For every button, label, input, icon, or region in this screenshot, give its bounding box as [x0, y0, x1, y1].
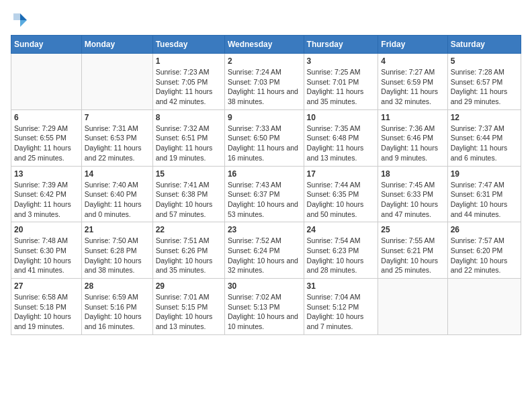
day-number: 8 — [156, 113, 222, 122]
day-number: 16 — [228, 169, 301, 179]
calendar-cell: 8Sunrise: 7:32 AMSunset: 6:51 PMDaylight… — [152, 109, 224, 166]
column-header-wednesday: Wednesday — [224, 36, 304, 54]
day-number: 31 — [307, 281, 375, 291]
day-number: 15 — [156, 169, 222, 179]
calendar-cell: 24Sunrise: 7:54 AMSunset: 6:23 PMDayligh… — [304, 222, 378, 279]
day-info: Sunrise: 7:31 AMSunset: 6:53 PMDaylight:… — [85, 124, 150, 163]
day-info: Sunrise: 7:43 AMSunset: 6:37 PMDaylight:… — [228, 180, 301, 220]
calendar-week-row: 20Sunrise: 7:48 AMSunset: 6:30 PMDayligh… — [11, 222, 521, 279]
calendar-cell: 6Sunrise: 7:29 AMSunset: 6:55 PMDaylight… — [11, 109, 82, 166]
calendar-cell: 26Sunrise: 7:57 AMSunset: 6:20 PMDayligh… — [447, 222, 521, 279]
day-number: 5 — [451, 56, 518, 66]
calendar-cell: 11Sunrise: 7:36 AMSunset: 6:46 PMDayligh… — [378, 109, 447, 166]
day-number: 13 — [14, 169, 79, 179]
day-info: Sunrise: 7:57 AMSunset: 6:20 PMDaylight:… — [451, 236, 518, 275]
day-info: Sunrise: 7:29 AMSunset: 6:55 PMDaylight:… — [14, 124, 79, 163]
day-info: Sunrise: 6:59 AMSunset: 5:16 PMDaylight:… — [85, 292, 150, 332]
calendar-cell: 25Sunrise: 7:55 AMSunset: 6:21 PMDayligh… — [378, 222, 447, 279]
calendar-cell: 28Sunrise: 6:59 AMSunset: 5:16 PMDayligh… — [81, 279, 152, 335]
day-info: Sunrise: 7:01 AMSunset: 5:15 PMDaylight:… — [156, 292, 222, 332]
calendar-week-row: 27Sunrise: 6:58 AMSunset: 5:18 PMDayligh… — [11, 279, 521, 335]
column-header-thursday: Thursday — [304, 36, 378, 54]
day-info: Sunrise: 7:25 AMSunset: 7:01 PMDaylight:… — [307, 67, 375, 107]
calendar-week-row: 13Sunrise: 7:39 AMSunset: 6:42 PMDayligh… — [11, 166, 521, 222]
day-info: Sunrise: 7:44 AMSunset: 6:35 PMDaylight:… — [307, 180, 375, 220]
svg-marker-1 — [20, 20, 27, 27]
column-header-friday: Friday — [378, 36, 447, 54]
calendar-cell: 30Sunrise: 7:02 AMSunset: 5:13 PMDayligh… — [224, 279, 304, 335]
day-number: 12 — [451, 113, 518, 122]
calendar-cell: 9Sunrise: 7:33 AMSunset: 6:50 PMDaylight… — [224, 109, 304, 166]
day-number: 22 — [156, 225, 222, 234]
calendar-cell: 23Sunrise: 7:52 AMSunset: 6:24 PMDayligh… — [224, 222, 304, 279]
column-header-tuesday: Tuesday — [152, 36, 224, 54]
day-number: 29 — [156, 281, 222, 291]
day-info: Sunrise: 7:23 AMSunset: 7:05 PMDaylight:… — [156, 67, 222, 107]
day-info: Sunrise: 7:50 AMSunset: 6:28 PMDaylight:… — [85, 236, 150, 275]
day-number: 6 — [14, 113, 79, 122]
day-number: 2 — [228, 56, 301, 66]
day-number: 7 — [85, 113, 150, 122]
day-info: Sunrise: 7:45 AMSunset: 6:33 PMDaylight:… — [381, 180, 444, 220]
day-info: Sunrise: 7:47 AMSunset: 6:31 PMDaylight:… — [451, 180, 518, 220]
day-info: Sunrise: 7:24 AMSunset: 7:03 PMDaylight:… — [228, 67, 301, 107]
calendar-cell — [11, 54, 82, 110]
day-info: Sunrise: 7:36 AMSunset: 6:46 PMDaylight:… — [381, 124, 444, 163]
day-number: 14 — [85, 169, 150, 179]
calendar-cell: 12Sunrise: 7:37 AMSunset: 6:44 PMDayligh… — [447, 109, 521, 166]
day-info: Sunrise: 7:32 AMSunset: 6:51 PMDaylight:… — [156, 124, 222, 163]
day-number: 25 — [381, 225, 444, 234]
calendar-cell: 14Sunrise: 7:40 AMSunset: 6:40 PMDayligh… — [81, 166, 152, 222]
day-info: Sunrise: 7:40 AMSunset: 6:40 PMDaylight:… — [85, 180, 150, 220]
calendar-cell: 29Sunrise: 7:01 AMSunset: 5:15 PMDayligh… — [152, 279, 224, 335]
day-info: Sunrise: 7:55 AMSunset: 6:21 PMDaylight:… — [381, 236, 444, 275]
calendar-week-row: 6Sunrise: 7:29 AMSunset: 6:55 PMDaylight… — [11, 109, 521, 166]
day-number: 9 — [228, 113, 301, 122]
calendar-cell: 7Sunrise: 7:31 AMSunset: 6:53 PMDaylight… — [81, 109, 152, 166]
calendar-header-row: SundayMondayTuesdayWednesdayThursdayFrid… — [11, 36, 521, 54]
calendar-cell: 1Sunrise: 7:23 AMSunset: 7:05 PMDaylight… — [152, 54, 224, 110]
calendar-cell: 20Sunrise: 7:48 AMSunset: 6:30 PMDayligh… — [11, 222, 82, 279]
page-header — [11, 11, 521, 30]
day-info: Sunrise: 7:48 AMSunset: 6:30 PMDaylight:… — [14, 236, 79, 275]
calendar-cell: 5Sunrise: 7:28 AMSunset: 6:57 PMDaylight… — [447, 54, 521, 110]
day-number: 28 — [85, 281, 150, 291]
day-number: 11 — [381, 113, 444, 122]
day-info: Sunrise: 7:04 AMSunset: 5:12 PMDaylight:… — [307, 292, 375, 332]
day-info: Sunrise: 7:41 AMSunset: 6:38 PMDaylight:… — [156, 180, 222, 220]
column-header-sunday: Sunday — [11, 36, 82, 54]
day-number: 1 — [156, 56, 222, 66]
day-number: 30 — [228, 281, 301, 291]
day-number: 23 — [228, 225, 301, 234]
day-info: Sunrise: 7:39 AMSunset: 6:42 PMDaylight:… — [14, 180, 79, 220]
day-number: 24 — [307, 225, 375, 234]
day-number: 19 — [451, 169, 518, 179]
calendar-cell: 10Sunrise: 7:35 AMSunset: 6:48 PMDayligh… — [304, 109, 378, 166]
day-number: 18 — [381, 169, 444, 179]
calendar-cell: 3Sunrise: 7:25 AMSunset: 7:01 PMDaylight… — [304, 54, 378, 110]
day-info: Sunrise: 7:54 AMSunset: 6:23 PMDaylight:… — [307, 236, 375, 275]
calendar-cell — [81, 54, 152, 110]
day-number: 3 — [307, 56, 375, 66]
day-info: Sunrise: 7:28 AMSunset: 6:57 PMDaylight:… — [451, 67, 518, 107]
calendar-cell — [447, 279, 521, 335]
column-header-saturday: Saturday — [447, 36, 521, 54]
column-header-monday: Monday — [81, 36, 152, 54]
calendar-cell: 22Sunrise: 7:51 AMSunset: 6:26 PMDayligh… — [152, 222, 224, 279]
day-number: 21 — [85, 225, 150, 234]
calendar-cell: 18Sunrise: 7:45 AMSunset: 6:33 PMDayligh… — [378, 166, 447, 222]
day-info: Sunrise: 7:52 AMSunset: 6:24 PMDaylight:… — [228, 236, 301, 275]
day-number: 20 — [14, 225, 79, 234]
calendar-cell: 2Sunrise: 7:24 AMSunset: 7:03 PMDaylight… — [224, 54, 304, 110]
calendar-cell: 27Sunrise: 6:58 AMSunset: 5:18 PMDayligh… — [11, 279, 82, 335]
calendar-cell: 31Sunrise: 7:04 AMSunset: 5:12 PMDayligh… — [304, 279, 378, 335]
day-number: 17 — [307, 169, 375, 179]
day-info: Sunrise: 7:51 AMSunset: 6:26 PMDaylight:… — [156, 236, 222, 275]
logo-icon — [11, 11, 30, 30]
calendar-cell: 13Sunrise: 7:39 AMSunset: 6:42 PMDayligh… — [11, 166, 82, 222]
day-info: Sunrise: 7:27 AMSunset: 6:59 PMDaylight:… — [381, 67, 444, 107]
calendar-table: SundayMondayTuesdayWednesdayThursdayFrid… — [11, 35, 521, 335]
calendar-week-row: 1Sunrise: 7:23 AMSunset: 7:05 PMDaylight… — [11, 54, 521, 110]
day-number: 27 — [14, 281, 79, 291]
calendar-cell: 4Sunrise: 7:27 AMSunset: 6:59 PMDaylight… — [378, 54, 447, 110]
